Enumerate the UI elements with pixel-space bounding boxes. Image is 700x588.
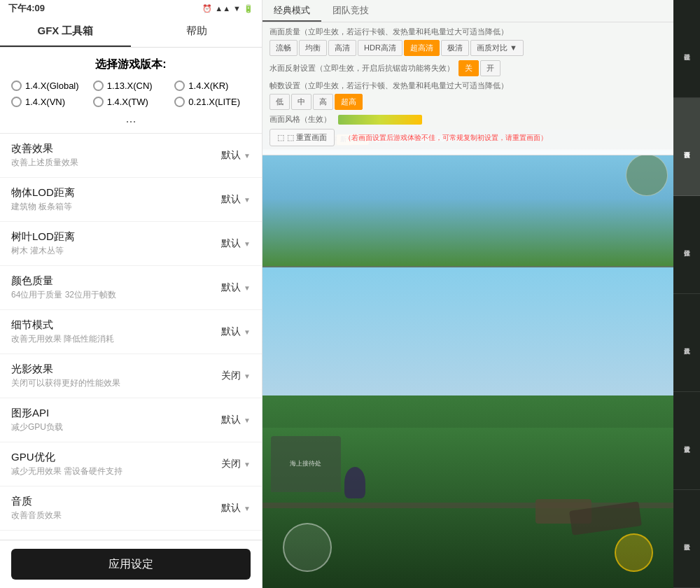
nav-vehicle-settings[interactable]: 载具设置 [673, 294, 700, 392]
version-section: 选择游戏版本: 1.4.X(Global) 1.13.X(CN) 1.4.X(K… [0, 48, 262, 134]
chevron-down-icon: ▼ [244, 372, 251, 380]
reset-button[interactable]: ⬚ ⬚ 重置画面 [270, 129, 335, 146]
setting-audio[interactable]: 音质 改善音质效果 默认 ▼ [0, 486, 262, 531]
radio-kr [174, 80, 185, 91]
chevron-down-icon: ▼ [244, 505, 251, 512]
gfx-tab-team[interactable]: 团队竞技 [321, 0, 380, 22]
version-vn[interactable]: 1.4.X(VN) [11, 97, 88, 107]
tab-gfx[interactable]: GFX 工具箱 [0, 17, 131, 47]
quality-balance[interactable]: 均衡 [299, 40, 327, 56]
right-nav: 基础设置 画面设置 操作设置 载具设置 灵敏度设置 拾取设置 [673, 0, 700, 588]
style-label: 画面风格（生效） [270, 114, 331, 125]
version-lite[interactable]: 0.21.X(LITE) [174, 97, 251, 107]
setting-object-lod[interactable]: 物体LOD距离 建筑物 板条箱等 默认 ▼ [0, 178, 262, 222]
battery-icon: 🔋 [244, 4, 253, 13]
radio-global [11, 80, 22, 91]
gfx-tab-bar: 经典模式 团队竞技 [262, 0, 673, 22]
quality-smooth[interactable]: 流畅 [270, 40, 298, 56]
quality-row: 画面质量（立即生效，若运行卡顿、发热量和耗电量过大可适当降低） 流畅 均衡 高清… [270, 27, 666, 56]
fps-high[interactable]: 高 [313, 94, 333, 110]
quality-compare[interactable]: 画质对比 ▼ [470, 40, 524, 56]
quality-btn-group: 流畅 均衡 高清 HDR高清 超高清 极清 画质对比 ▼ [270, 40, 666, 56]
signal-icon: ▲▲ [215, 4, 230, 13]
setting-color-quality[interactable]: 颜色质量 64位用于质量 32位用于帧数 默认 ▼ [0, 266, 262, 310]
water-on[interactable]: 开 [480, 60, 500, 76]
minimap [626, 154, 668, 196]
nav-controls-settings[interactable]: 操作设置 [673, 196, 700, 294]
apply-button[interactable]: 应用设定 [11, 549, 251, 580]
settings-list: 改善效果 改善上述质量效果 默认 ▼ 物体LOD距离 建筑物 板条箱等 默认 ▼… [0, 134, 262, 540]
quality-ultra[interactable]: 超高清 [404, 40, 440, 56]
gfx-overlay: 经典模式 团队竞技 画面质量（立即生效，若运行卡顿、发热量和耗电量过大可适当降低… [262, 0, 673, 155]
status-bar: 下午4:09 ⏰ ▲▲ ▼ 🔋 [0, 0, 262, 17]
water-btn-group: 关 开 [458, 60, 500, 76]
radio-tw [93, 97, 104, 107]
gfx-tab-classic[interactable]: 经典模式 [262, 0, 321, 22]
radio-cn [93, 80, 104, 91]
game-bg-bottom: 海上接待处 [262, 266, 673, 588]
reset-row: ⬚ ⬚ 重置画面 （若画面设置后游戏体验不佳，可常规复制初设置，请重置画面） [270, 129, 666, 146]
alarm-icon: ⏰ [202, 4, 212, 13]
version-grid: 1.4.X(Global) 1.13.X(CN) 1.4.X(KR) 1.4.X… [11, 80, 251, 107]
water-row: 水面反射设置（立即生效，开启后抗锯齿功能将失效） 关 开 [270, 60, 666, 76]
radio-lite [174, 97, 185, 107]
chevron-down-icon: ▼ [244, 461, 251, 468]
version-global[interactable]: 1.4.X(Global) [11, 80, 88, 91]
setting-graphics-api[interactable]: 图形API 减少GPU负载 默认 ▼ [0, 398, 262, 442]
status-time: 下午4:09 [8, 2, 45, 15]
setting-foliage-lod[interactable]: 树叶LOD距离 树木 灌木丛等 默认 ▼ [0, 222, 262, 266]
chevron-down-icon: ▼ [244, 416, 251, 424]
left-panel: 下午4:09 ⏰ ▲▲ ▼ 🔋 GFX 工具箱 帮助 选择游戏版本: 1.4.X… [0, 0, 262, 588]
nav-graphics-settings[interactable]: 画面设置 [673, 98, 700, 196]
setting-improve-effect[interactable]: 改善效果 改善上述质量效果 默认 ▼ [0, 134, 262, 178]
quality-label: 画面质量（立即生效，若运行卡顿、发热量和耗电量过大可适当降低） [270, 27, 666, 37]
tab-help[interactable]: 帮助 [131, 17, 262, 47]
water-label: 水面反射设置（立即生效，开启后抗锯齿功能将失效） [270, 63, 454, 74]
fps-row: 帧数设置（立即生效，若运行卡顿、发热量和耗电量过大可适当降低） 低 中 高 超高 [270, 80, 666, 110]
fps-ultra[interactable]: 超高 [335, 94, 363, 110]
fps-btn-group: 低 中 高 超高 [270, 94, 666, 110]
quality-extreme[interactable]: 极清 [441, 40, 469, 56]
nav-sensitivity-settings[interactable]: 灵敏度设置 [673, 392, 700, 490]
chevron-down-icon: ▼ [244, 240, 251, 248]
radio-vn [11, 97, 22, 107]
nav-pickup-settings[interactable]: 拾取设置 [673, 490, 700, 588]
reset-warning: （若画面设置后游戏体验不佳，可常规复制初设置，请重置画面） [344, 133, 547, 143]
setting-water-reflection[interactable]: Water Reflection Only for Ultra graphics… [0, 531, 262, 540]
right-panel: 经典模式 团队竞技 画面质量（立即生效，若运行卡顿、发热量和耗电量过大可适当降低… [262, 0, 700, 588]
chevron-down-icon: ▼ [244, 196, 251, 204]
quality-hdr[interactable]: HDR高清 [358, 40, 402, 56]
version-title: 选择游戏版本: [11, 57, 251, 72]
wifi-icon: ▼ [233, 4, 241, 13]
chevron-down-icon: ▼ [244, 152, 251, 160]
fps-mid[interactable]: 中 [291, 94, 312, 110]
fps-low[interactable]: 低 [270, 94, 290, 110]
quality-hd[interactable]: 高清 [328, 40, 356, 56]
style-row: 画面风格（生效） [270, 114, 666, 125]
water-off[interactable]: 关 [458, 60, 479, 76]
fps-label: 帧数设置（立即生效，若运行卡顿、发热量和耗电量过大可适当降低） [270, 80, 666, 91]
version-more[interactable]: ... [11, 111, 251, 126]
version-tw[interactable]: 1.4.X(TW) [93, 97, 169, 107]
chevron-down-icon: ▼ [244, 284, 251, 292]
chevron-down-icon: ▼ [244, 328, 251, 336]
version-kr[interactable]: 1.4.X(KR) [174, 80, 251, 91]
setting-shadow[interactable]: 光影效果 关闭可以获得更好的性能效果 关闭 ▼ [0, 354, 262, 398]
status-icons: ⏰ ▲▲ ▼ 🔋 [202, 4, 253, 13]
nav-basic-settings[interactable]: 基础设置 [673, 0, 700, 98]
reset-icon: ⬚ [277, 133, 284, 142]
setting-detail-mode[interactable]: 细节模式 改善无用效果 降低性能消耗 默认 ▼ [0, 310, 262, 354]
version-cn[interactable]: 1.13.X(CN) [93, 80, 169, 91]
apply-btn-area: 应用设定 [0, 540, 262, 588]
setting-gpu-optimize[interactable]: GPU优化 减少无用效果 需设备硬件支持 关闭 ▼ [0, 442, 262, 486]
header-tabs: GFX 工具箱 帮助 [0, 17, 262, 48]
gfx-content: 画面质量（立即生效，若运行卡顿、发热量和耗电量过大可适当降低） 流畅 均衡 高清… [262, 22, 673, 155]
